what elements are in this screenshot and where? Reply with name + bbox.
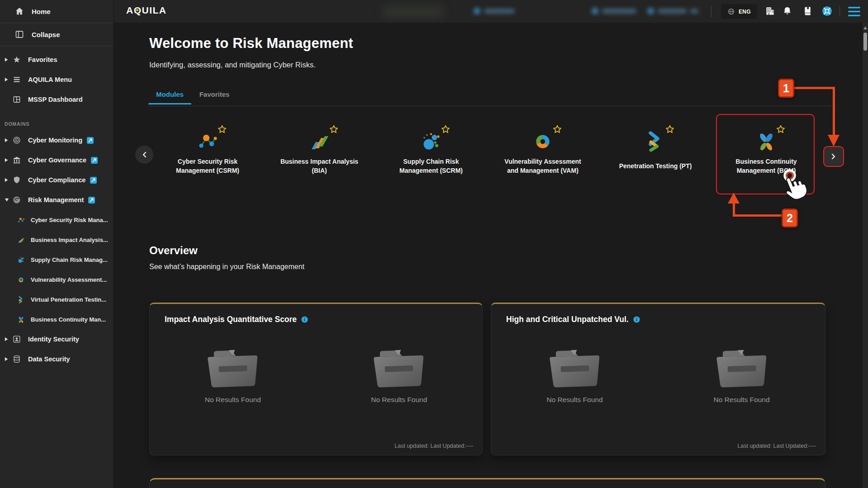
favorite-star-icon[interactable]	[441, 124, 451, 134]
chevron-right-icon	[5, 77, 8, 82]
vertical-scrollbar[interactable]	[863, 23, 868, 488]
sidebar-item-cyber-governance[interactable]: Cyber Governance	[0, 150, 113, 170]
bia-module-icon	[308, 130, 330, 152]
support-ring-icon[interactable]	[821, 5, 833, 17]
next-card-edge	[149, 478, 825, 488]
bank-icon	[12, 156, 21, 165]
logo-dot	[136, 9, 139, 12]
sidebar-item-vam[interactable]: Vulnerability Assessment...	[0, 270, 113, 289]
divider	[711, 5, 711, 17]
sidebar-item-bia[interactable]: Business Impact Analysis...	[0, 230, 113, 250]
last-updated-label: Last updated: Last Updated:----	[737, 443, 816, 449]
folder-icon	[545, 346, 605, 389]
scrm-module-icon	[420, 130, 442, 152]
chevron-right-icon	[5, 57, 8, 62]
sidebar-item-vpt[interactable]: Virtual Penetration Testin...	[0, 289, 113, 309]
module-card-bcm[interactable]: Business Continuity Management (BCM)	[716, 130, 816, 175]
language-selector[interactable]: ENG	[721, 4, 757, 19]
chevron-left-icon	[142, 152, 147, 158]
chevron-right-icon	[5, 178, 8, 182]
sidebar-item-risk-management[interactable]: Risk Management	[0, 190, 113, 210]
card-title: High and Critical Unpatched Vul.	[506, 315, 629, 324]
hand-cursor-icon	[782, 173, 811, 205]
page-title: Welcome to Risk Management	[149, 35, 353, 52]
database-icon	[12, 355, 21, 364]
tab-divider	[148, 106, 835, 106]
shield-icon	[12, 175, 21, 185]
annotation-arrow-2	[734, 214, 782, 217]
molecule-icon	[17, 216, 25, 224]
favorite-star-icon[interactable]	[329, 124, 339, 134]
butterfly-icon	[17, 316, 25, 323]
module-card-csrm[interactable]: Cyber Security Risk Management (CSRM)	[158, 130, 257, 175]
redacted-chip[interactable]	[471, 5, 518, 17]
sidebar-item-bcm[interactable]: Business Continuity Man...	[0, 309, 113, 329]
favorite-star-icon[interactable]	[665, 124, 675, 134]
sidebar-item-cyber-monitoring[interactable]: Cyber Monitoring	[0, 130, 113, 150]
info-icon[interactable]	[633, 316, 640, 323]
collapse-panel-icon	[14, 29, 24, 39]
sidebar-item-home[interactable]: Home	[0, 0, 113, 23]
external-link-icon[interactable]	[88, 197, 95, 204]
stripes-icon	[17, 236, 25, 244]
menu-lines-icon	[12, 75, 21, 84]
main-content: Welcome to Risk Management Identifying, …	[113, 23, 868, 488]
sidebar-item-data-security[interactable]: Data Security	[0, 349, 113, 369]
pt-module-icon	[645, 130, 666, 152]
empty-state: No Results Found	[658, 347, 825, 404]
page-subtitle: Identifying, assessing, and mitigating C…	[149, 61, 316, 69]
module-card-scrm[interactable]: Supply Chain Risk Management (SCRM)	[381, 130, 481, 175]
annotation-step-2: 2	[782, 208, 798, 227]
empty-state: No Results Found	[316, 347, 483, 404]
folder-icon	[203, 346, 263, 389]
chevron-right-icon	[5, 357, 8, 361]
annotation-arrowhead-up	[728, 193, 740, 204]
folder-icon	[711, 346, 772, 389]
sidebar-item-favorites[interactable]: Favorites	[0, 50, 113, 70]
sidebar-item-mssp-dashboard[interactable]: MSSP Dashboard	[0, 90, 113, 109]
book-icon[interactable]	[802, 6, 813, 16]
tab-modules[interactable]: Modules	[148, 90, 191, 104]
module-card-vam[interactable]: Vulnerability Assessment and Management …	[493, 130, 593, 175]
sidebar-item-collapse[interactable]: Collapse	[0, 23, 113, 46]
sidebar-item-scrm[interactable]: Supply Chain Risk Manag...	[0, 250, 113, 270]
sidebar-item-identity-security[interactable]: Identity Security	[0, 329, 113, 349]
external-link-icon[interactable]	[90, 177, 97, 184]
info-icon[interactable]	[301, 316, 308, 323]
external-link-icon[interactable]	[91, 157, 98, 164]
divider	[840, 6, 840, 16]
overview-card-impact-analysis: Impact Analysis Quantitative Score No Re…	[149, 303, 483, 455]
sidebar-item-csrm[interactable]: Cyber Security Risk Mana...	[0, 210, 113, 230]
scrollbar-thumb[interactable]	[863, 33, 867, 51]
module-card-pt[interactable]: Penetration Testing (PT)	[606, 130, 705, 175]
tab-favorites[interactable]: Favorites	[199, 90, 230, 104]
scroll-up-arrow[interactable]	[863, 26, 867, 29]
radar-icon	[12, 136, 21, 145]
carousel-prev-button[interactable]	[135, 146, 153, 164]
chevron-right-icon	[831, 153, 836, 160]
bcm-module-icon	[755, 130, 777, 152]
module-card-bia[interactable]: Business Impact Analysis (BIA)	[270, 130, 369, 175]
annotation-arrow-2	[733, 203, 735, 217]
favorite-star-icon[interactable]	[776, 124, 786, 134]
carousel-next-button[interactable]	[823, 146, 844, 167]
chevron-right-icon	[5, 138, 8, 142]
annotation-step-1: 1	[778, 79, 794, 98]
domains-section-label: DOMAINS	[5, 121, 113, 127]
sidebar-item-aquila-menu[interactable]: AQUILA Menu	[0, 70, 113, 90]
folder-icon	[369, 346, 429, 389]
bubbles-icon	[17, 256, 25, 264]
favorite-star-icon[interactable]	[217, 124, 227, 134]
tab-bar: Modules Favorites	[148, 90, 230, 104]
sidebar-item-cyber-compliance[interactable]: Cyber Compliance	[0, 170, 113, 190]
redacted-chip[interactable]	[589, 5, 640, 17]
aquila-logo: AQUILA	[126, 5, 167, 16]
external-link-icon[interactable]	[87, 137, 94, 144]
building-icon[interactable]	[765, 6, 775, 16]
chevron-down-icon	[5, 198, 9, 202]
bell-icon[interactable]	[782, 6, 792, 16]
hamburger-menu-icon[interactable]	[848, 7, 860, 16]
favorite-star-icon[interactable]	[552, 124, 562, 134]
overview-card-unpatched-vul: High and Critical Unpatched Vul. No Resu…	[491, 303, 825, 455]
redacted-chip[interactable]	[645, 5, 703, 17]
